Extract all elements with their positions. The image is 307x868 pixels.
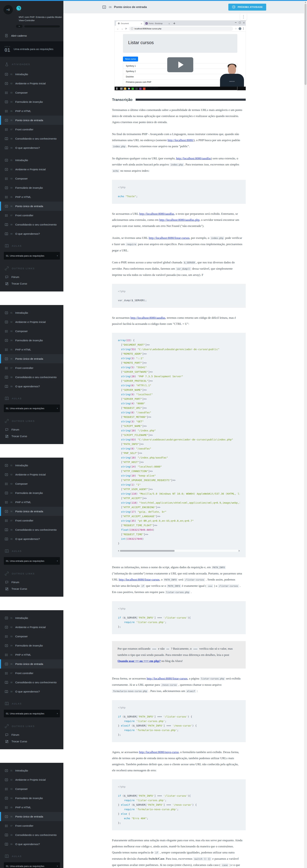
sidebar-item-o-que-aprendemos-[interactable]: 09O que aprendemos? <box>0 687 63 696</box>
sidebar-item-ponto-nico-de-entrada[interactable]: 06Ponto único de entrada <box>0 354 63 363</box>
inline-link[interactable]: http://localhost:8080/aasdfas <box>130 316 165 319</box>
sidebar-item-consolidando-o-seu-conhecimento[interactable]: 08Consolidando o seu conhecimento <box>0 134 63 143</box>
inline-link[interactable]: http://localhost:8080/aasdfas.php <box>159 218 199 221</box>
code-block: <?php if ($_SERVER['PATH_INFO'] === '/li… <box>112 779 246 830</box>
sidebar-item-consolidando-o-seu-conhecimento[interactable]: 08Consolidando o seu conhecimento <box>0 678 63 687</box>
sidebar-item-ponto-nico-de-entrada[interactable]: 06Ponto único de entrada <box>0 116 63 125</box>
sidebar-item-front-controller[interactable]: 07Front controller <box>0 363 63 373</box>
sidebar-item-ponto-nico-de-entrada[interactable]: 06Ponto único de entrada <box>0 812 63 821</box>
sidebar-item-o-que-aprendemos-[interactable]: 09O que aprendemos? <box>0 229 63 238</box>
sidebar-item-formul-rio-de-inser-o[interactable]: 04Formulário de inserção <box>0 794 63 803</box>
sidebar-item-formul-rio-de-inser-o[interactable]: 04Formulário de inserção <box>0 641 63 650</box>
sidebar-item-introdu-o[interactable]: 01Introdução <box>0 461 63 470</box>
sidebar-item-ambiente-e-projeto-inicial[interactable]: 02Ambiente e Projeto inicial <box>0 470 63 479</box>
sidebar-item-php-e-html[interactable]: 05PHP e HTML <box>0 192 63 202</box>
inline-link[interactable]: http://localhost:8080/aasdfas <box>139 212 174 215</box>
collapse-sidebar-button[interactable] <box>3 5 13 14</box>
sidebar-item-ambiente-e-projeto-inicial[interactable]: 02Ambiente e Projeto inicial <box>0 775 63 784</box>
inline-link[interactable]: http://localhost:8080/listar-cursos <box>149 236 189 240</box>
inline-code: === <box>151 647 157 650</box>
sidebar-item-formul-rio-de-inser-o[interactable]: 04Formulário de inserção <box>0 336 63 345</box>
open-notebook-button[interactable]: Abrir caderno <box>0 30 63 41</box>
sidebar-item-consolidando-o-seu-conhecimento[interactable]: 08Consolidando o seu conhecimento <box>0 525 63 534</box>
sidebar-item-o-que-aprendemos-[interactable]: 09O que aprendemos? <box>0 840 63 849</box>
more-options-button[interactable] <box>240 13 247 20</box>
transcription-paragraph: Se digitarmos qualquer coisa na URL (por… <box>112 155 243 174</box>
sidebar-item-trocar-curso[interactable]: Trocar Curso <box>0 586 63 592</box>
sidebar-item-formul-rio-de-inser-o[interactable]: 04Formulário de inserção <box>0 183 63 192</box>
browser-addressbar: ← → ⟳ i localhost:8080/listar-cursos.php… <box>115 26 246 32</box>
lesson-select[interactable]: 01. Uma entrada para as requisições▾ <box>4 862 60 868</box>
sidebar-item-ambiente-e-projeto-inicial[interactable]: 02Ambiente e Projeto inicial <box>0 317 63 327</box>
sidebar-item-front-controller[interactable]: 07Front controller <box>0 516 63 525</box>
sidebar-item-composer[interactable]: 03Composer <box>0 479 63 488</box>
sidebar-item-ambiente-e-projeto-inicial[interactable]: 02Ambiente e Projeto inicial <box>0 79 63 88</box>
lesson-select[interactable]: 01. Uma entrada para as requisições▾ <box>4 252 60 259</box>
play-button[interactable] <box>167 57 193 72</box>
book-icon <box>4 681 8 684</box>
sidebar-item-forum[interactable]: Fórum <box>0 579 63 586</box>
sidebar-item-php-e-html[interactable]: 05PHP e HTML <box>0 345 63 354</box>
sidebar-item-introdu-o[interactable]: 01Introdução <box>0 70 63 79</box>
inline-link[interactable]: Quando usar == ou === em php? <box>118 659 161 663</box>
sidebar-item-introdu-o[interactable]: 01Introdução <box>0 766 63 775</box>
sidebar-item-ambiente-e-projeto-inicial[interactable]: 02Ambiente e Projeto inicial <box>0 623 63 632</box>
sidebar-item-o-que-aprendemos-[interactable]: 09O que aprendemos? <box>0 534 63 544</box>
sidebar-item-composer[interactable]: 03Composer <box>0 632 63 641</box>
code-horizontal-scrollbar[interactable] <box>118 550 240 552</box>
video-player[interactable]: Document B Forms - Bootstrap ← → ⟳ i loc… <box>115 21 246 90</box>
list-icon <box>4 519 8 523</box>
inline-link[interactable]: http://localhost:8080/listar-cursos <box>147 677 187 680</box>
sidebar-item-forum[interactable]: Fórum <box>0 426 63 433</box>
sidebar-item-composer[interactable]: 03Composer <box>0 784 63 794</box>
sidebar-item-trocar-curso[interactable]: Trocar Curso <box>0 738 63 745</box>
inline-link[interactable]: http://localhost:8080/aasdfas <box>176 157 211 160</box>
inline-link[interactable]: http://localhost:8080/listar-cursos <box>119 578 160 581</box>
lesson-select[interactable]: 01. Uma entrada para as requisições▾ <box>4 710 60 717</box>
lesson-banner[interactable]: AULA01Uma entrada para as requisições <box>0 41 63 57</box>
scrollbar-thumb[interactable] <box>305 4 306 85</box>
sidebar-item-introdu-o[interactable]: 01Introdução <box>0 613 63 623</box>
sidebar-item-trocar-curso[interactable]: Trocar Curso <box>0 280 63 287</box>
sidebar-item-forum[interactable]: Fórum <box>0 732 63 738</box>
sidebar-item-consolidando-o-seu-conhecimento[interactable]: 08Consolidando o seu conhecimento <box>0 830 63 840</box>
sidebar-item-front-controller[interactable]: 07Front controller <box>0 669 63 678</box>
top-accent-bar <box>0 0 307 1</box>
page-scrollbar[interactable] <box>304 1 307 868</box>
sidebar-item-o-que-aprendemos-[interactable]: 09O que aprendemos? <box>0 382 63 391</box>
sidebar-item-ponto-nico-de-entrada[interactable]: 06Ponto único de entrada <box>0 507 63 516</box>
sidebar-item-front-controller[interactable]: 07Front controller <box>0 821 63 830</box>
sidebar-item-php-e-html[interactable]: 05PHP e HTML <box>0 498 63 507</box>
lesson-select[interactable]: 01. Uma entrada para as requisições▾ <box>4 404 60 412</box>
sidebar-item-o-que-aprendemos-[interactable]: 09O que aprendemos? <box>0 143 63 152</box>
grid-icon <box>5 282 9 286</box>
sidebar-item-trocar-curso[interactable]: Trocar Curso <box>0 433 63 439</box>
next-activity-button[interactable]: PRÓXIMA ATIVIDADE <box>228 4 266 10</box>
sidebar-item-ponto-nico-de-entrada[interactable]: 06Ponto único de entrada <box>0 202 63 211</box>
sidebar-item-ponto-nico-de-entrada[interactable]: 06Ponto único de entrada <box>0 659 63 669</box>
sidebar-item-formul-rio-de-inser-o[interactable]: 04Formulário de inserção <box>0 488 63 498</box>
lesson-select[interactable]: 01. Uma entrada para as requisições▾ <box>4 557 60 565</box>
sidebar-item-introdu-o[interactable]: 01Introdução <box>0 308 63 317</box>
sidebar-item-consolidando-o-seu-conhecimento[interactable]: 08Consolidando o seu conhecimento <box>0 373 63 382</box>
sidebar-item-introdu-o[interactable]: 01Introdução <box>0 156 63 165</box>
inline-link[interactable]: http://localhost:8080/ <box>167 138 194 142</box>
sidebar-item-front-controller[interactable]: 07Front controller <box>0 211 63 220</box>
sidebar-item-forum[interactable]: Fórum <box>0 274 63 280</box>
inline-code: index.php <box>170 163 184 166</box>
sidebar-item-composer[interactable]: 03Composer <box>0 174 63 183</box>
scrollbar-up-arrow-icon[interactable] <box>305 2 306 3</box>
sidebar-item-php-e-html[interactable]: 05PHP e HTML <box>0 803 63 812</box>
sidebar-item-formul-rio-de-inser-o[interactable]: 04Formulário de inserção <box>0 97 63 106</box>
inline-link[interactable]: http://localhost:8080/novo-curso <box>139 750 179 754</box>
sidebar-item-ambiente-e-projeto-inicial[interactable]: 02Ambiente e Projeto inicial <box>0 165 63 174</box>
refresh-icon: ⟳ <box>125 27 127 30</box>
sidebar-item-consolidando-o-seu-conhecimento[interactable]: 08Consolidando o seu conhecimento <box>0 220 63 229</box>
sidebar-item-front-controller[interactable]: 07Front controller <box>0 125 63 134</box>
sidebar-item-composer[interactable]: 03Composer <box>0 88 63 97</box>
video-icon <box>4 509 8 513</box>
sidebar-item-composer[interactable]: 03Composer <box>0 327 63 336</box>
sidebar-item-php-e-html[interactable]: 05PHP e HTML <box>0 650 63 659</box>
course-page: MVC com PHP: Entenda o padrão Model-View… <box>0 0 307 868</box>
sidebar-item-php-e-html[interactable]: 05PHP e HTML <box>0 106 63 116</box>
